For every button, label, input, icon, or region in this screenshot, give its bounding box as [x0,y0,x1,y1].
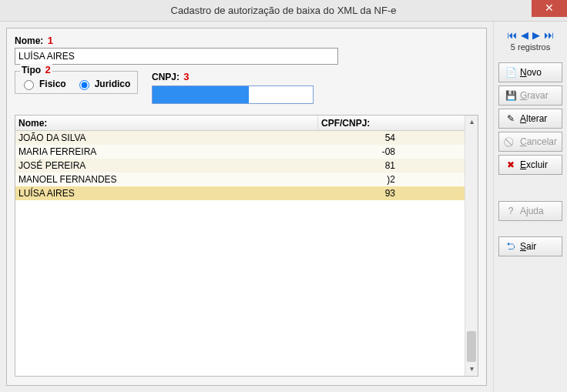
ajuda-button[interactable]: ? Ajuda [498,201,562,221]
col-header-cpf[interactable]: CPF/CNPJ: [318,116,465,130]
scroll-down-icon[interactable]: ▾ [465,363,478,376]
record-nav: ⏮ ◀ ▶ ⏭ [498,29,562,41]
record-count: 5 registros [498,42,562,52]
cell-nome: JOÃO DA SILVA [15,131,318,145]
delete-icon: ✖ [505,159,516,170]
radio-juridico[interactable] [79,80,89,90]
table-row[interactable]: MARIA FERREIRA-08 [15,145,465,159]
gravar-button[interactable]: 💾 Gravar [498,85,562,106]
window-title: Cadastro de autorização de baixa do XML … [171,5,397,16]
table-row[interactable]: MANOEL FERNANDES)2 [15,173,465,186]
cell-nome: LUÍSA AIRES [15,186,318,200]
table-row[interactable]: JOSÉ PEREIRA81 [15,159,465,173]
tipo-group: Tipo 2 Fisico Juridico [15,71,138,94]
edit-icon: ✎ [505,113,516,124]
sidebar: ⏮ ◀ ▶ ⏭ 5 registros 📄 Novo 💾 Gravar ✎ Al… [493,22,567,392]
novo-button[interactable]: 📄 Novo [498,62,562,82]
cell-cpf: )2 [318,173,465,186]
vertical-scrollbar[interactable]: ▴ ▾ [465,116,478,376]
new-icon: 📄 [505,67,516,78]
table-header: Nome: CPF/CNPJ: [15,116,465,131]
nome-input[interactable] [15,48,338,65]
tipo-label: Tipo [22,65,41,75]
data-table: Nome: CPF/CNPJ: JOÃO DA SILVA54MARIA FER… [15,115,478,377]
cancel-icon: ⃠ [505,136,516,147]
cell-nome: JOSÉ PEREIRA [15,159,318,173]
alterar-button[interactable]: ✎ Alterar [498,109,562,129]
cnpj-selection [153,86,249,103]
cnpj-label: CNPJ: [152,72,179,82]
exit-icon: ⮌ [505,241,516,252]
sair-button[interactable]: ⮌ Sair [498,236,562,256]
cancelar-button[interactable]: ⃠ Cancelar [498,132,562,152]
close-icon: ✕ [545,2,554,14]
title-bar: Cadastro de autorização de baixa do XML … [0,0,567,22]
table-row[interactable]: LUÍSA AIRES93 [15,186,465,200]
radio-fisico[interactable] [24,80,34,90]
marker-2: 2 [45,64,50,75]
scroll-thumb[interactable] [467,331,476,362]
save-icon: 💾 [505,90,516,101]
help-icon: ? [505,206,516,216]
radio-juridico-label: Juridico [95,79,131,89]
nome-label: Nome: [15,35,43,46]
cell-nome: MARIA FERREIRA [15,145,318,159]
scroll-up-icon[interactable]: ▴ [465,116,478,129]
nav-prev-icon[interactable]: ◀ [521,29,528,41]
close-button[interactable]: ✕ [532,0,567,17]
cell-cpf: 54 [318,131,465,145]
nav-next-icon[interactable]: ▶ [532,29,540,41]
radio-fisico-label: Fisico [39,79,66,89]
table-row[interactable]: JOÃO DA SILVA54 [15,131,465,145]
main-panel: Nome: 1 Tipo 2 Fisico [6,28,487,386]
marker-1: 1 [48,35,53,46]
cell-cpf: -08 [318,145,465,159]
marker-3: 3 [183,71,189,82]
nav-first-icon[interactable]: ⏮ [507,29,517,41]
cell-cpf: 93 [318,186,465,200]
excluir-button[interactable]: ✖ Excluir [498,155,562,175]
cell-nome: MANOEL FERNANDES [15,173,318,186]
cnpj-input[interactable] [152,85,314,104]
table-body: JOÃO DA SILVA54MARIA FERREIRA-08JOSÉ PER… [15,131,465,200]
col-header-nome[interactable]: Nome: [15,116,318,130]
cell-cpf: 81 [318,159,465,173]
nav-last-icon[interactable]: ⏭ [544,29,554,41]
